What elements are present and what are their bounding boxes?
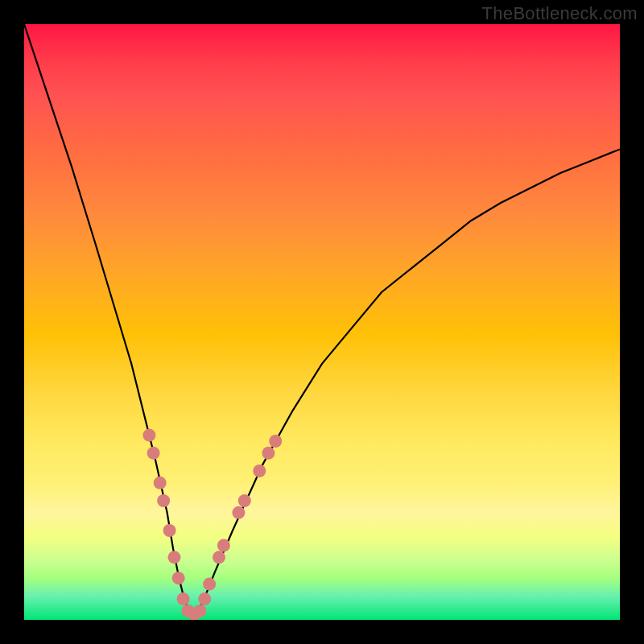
data-point-marker bbox=[163, 524, 176, 537]
data-point-marker bbox=[167, 551, 180, 564]
chart-svg bbox=[24, 24, 620, 620]
data-point-marker bbox=[213, 551, 225, 564]
plot-area bbox=[24, 24, 620, 620]
data-point-marker bbox=[142, 429, 155, 442]
data-point-marker bbox=[157, 494, 170, 507]
data-point-marker bbox=[232, 506, 245, 519]
data-point-marker bbox=[193, 605, 206, 617]
data-point-marker bbox=[203, 578, 216, 591]
bottleneck-curve bbox=[24, 24, 620, 614]
data-point-marker bbox=[269, 435, 282, 448]
data-point-marker bbox=[154, 477, 167, 489]
data-point-marker bbox=[198, 592, 211, 605]
marker-group bbox=[142, 429, 282, 620]
chart-frame: TheBottleneck.com bbox=[0, 0, 644, 644]
data-point-marker bbox=[262, 447, 275, 460]
data-point-marker bbox=[177, 592, 190, 605]
data-point-marker bbox=[253, 464, 266, 477]
data-point-marker bbox=[147, 447, 160, 460]
data-point-marker bbox=[172, 572, 185, 584]
data-point-marker bbox=[217, 539, 230, 552]
data-point-marker bbox=[238, 494, 251, 507]
watermark-text: TheBottleneck.com bbox=[482, 3, 638, 24]
